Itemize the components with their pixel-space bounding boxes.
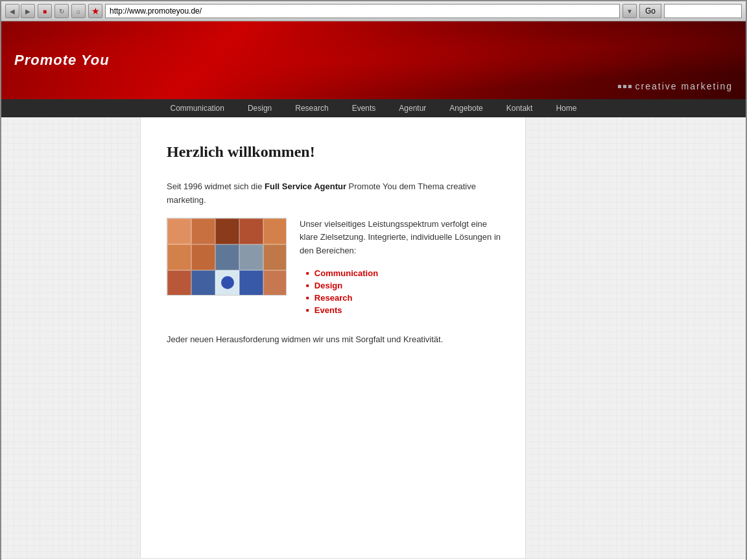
dot1 (618, 85, 621, 88)
mosaic-cell (263, 218, 287, 244)
nav-buttons: ◀ ▶ (5, 4, 35, 18)
nav-item-kontakt[interactable]: Kontakt (495, 100, 545, 117)
home-browser-button[interactable]: ⌂ (71, 4, 86, 18)
site-navigation: Communication Design Research Events Age… (1, 99, 746, 117)
mosaic-cell (167, 244, 191, 270)
mosaic-cell (215, 244, 239, 270)
browser-window: ◀ ▶ ■ ↻ ⌂ ★ ▼ Go Promote You (0, 0, 747, 560)
nav-item-research[interactable]: Research (283, 100, 340, 117)
logo-text: Promote You (14, 52, 110, 68)
list-content: Unser vielseitiges Leistungsspektrum ver… (300, 218, 506, 320)
mosaic-cell (167, 270, 191, 296)
mosaic-cell (167, 218, 191, 244)
sidebar-left (1, 117, 141, 558)
content-area: Herzlich willkommen! Seit 1996 widmet si… (141, 117, 525, 558)
forward-button[interactable]: ▶ (21, 4, 35, 18)
tagline: creative marketing (618, 81, 733, 91)
mosaic-cell (239, 270, 263, 296)
service-list: Communication Design Research Events (306, 268, 506, 315)
mosaic-cell (191, 218, 215, 244)
intro-paragraph2: Unser vielseitiges Leistungsspektrum ver… (300, 218, 506, 258)
service-item-communication: Communication (306, 268, 506, 278)
nav-item-design[interactable]: Design (236, 100, 283, 117)
site-main: Herzlich willkommen! Seit 1996 widmet si… (1, 117, 746, 558)
service-item-research: Research (306, 293, 506, 303)
tagline-dots (618, 85, 632, 88)
welcome-title: Herzlich willkommen! (167, 143, 506, 161)
nav-item-angebote[interactable]: Angebote (438, 100, 494, 117)
sidebar-right (525, 117, 746, 558)
tagline-text: creative marketing (635, 81, 733, 91)
url-dropdown-button[interactable]: ▼ (622, 4, 637, 18)
dot3 (628, 85, 632, 88)
mosaic-grid (167, 218, 287, 296)
mosaic-cell (239, 218, 263, 244)
nav-item-agentur[interactable]: Agentur (387, 100, 438, 117)
mosaic-cell (215, 270, 239, 296)
mosaic-cell (191, 244, 215, 270)
mosaic-cell (263, 244, 287, 270)
nav-item-events[interactable]: Events (340, 100, 388, 117)
site-header: Promote You creative marketing (1, 21, 746, 99)
address-bar-container: ▼ Go (105, 4, 742, 18)
browser-toolbar: ◀ ▶ ■ ↻ ⌂ ★ ▼ Go (1, 1, 746, 21)
nav-item-communication[interactable]: Communication (159, 100, 236, 117)
content-with-image: Unser vielseitiges Leistungsspektrum ver… (167, 218, 506, 320)
nav-item-home[interactable]: Home (544, 100, 588, 117)
service-item-events: Events (306, 305, 506, 315)
favorites-button[interactable]: ★ (88, 4, 102, 18)
search-input[interactable] (664, 4, 742, 18)
website: Promote You creative marketing Communica… (1, 21, 746, 560)
mosaic-cell (215, 218, 239, 244)
back-button[interactable]: ◀ (5, 4, 19, 18)
dot2 (623, 85, 626, 88)
service-item-design: Design (306, 281, 506, 290)
stop-button[interactable]: ■ (38, 4, 52, 18)
mosaic-cell (191, 270, 215, 296)
address-input[interactable] (105, 4, 620, 18)
mosaic-cell (263, 270, 287, 296)
eye-image (167, 218, 287, 296)
mosaic-cell (239, 244, 263, 270)
intro-text-before: Seit 1996 widmet sich die (167, 181, 265, 191)
go-button[interactable]: Go (639, 4, 661, 18)
closing-text: Jeder neuen Herausforderung widmen wir u… (167, 333, 506, 347)
intro-paragraph1: Seit 1996 widmet sich die Full Service A… (167, 180, 506, 207)
refresh-button[interactable]: ↻ (54, 4, 69, 18)
intro-bold: Full Service Agentur (265, 181, 346, 191)
logo: Promote You (14, 52, 110, 69)
content-inner: Herzlich willkommen! Seit 1996 widmet si… (141, 117, 525, 373)
